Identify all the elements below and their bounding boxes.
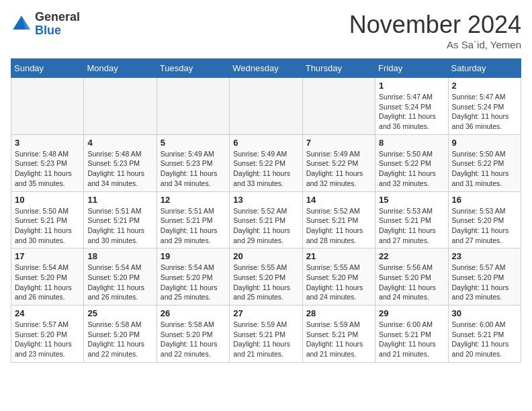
day-info: Sunrise: 5:55 AM Sunset: 5:20 PM Dayligh… [306,263,371,302]
calendar-cell: 18Sunrise: 5:54 AM Sunset: 5:20 PM Dayli… [84,248,157,306]
day-number: 28 [306,308,371,318]
logo-general-text: General [35,10,80,24]
day-info: Sunrise: 5:57 AM Sunset: 5:20 PM Dayligh… [15,320,80,359]
day-number: 27 [233,308,298,318]
calendar-header-row: SundayMondayTuesdayWednesdayThursdayFrid… [11,59,521,78]
calendar-cell: 6Sunrise: 5:49 AM Sunset: 5:22 PM Daylig… [230,134,302,191]
day-number: 9 [452,138,517,148]
calendar-week-2: 3Sunrise: 5:48 AM Sunset: 5:23 PM Daylig… [11,134,521,191]
calendar-cell: 21Sunrise: 5:55 AM Sunset: 5:20 PM Dayli… [302,248,375,306]
day-number: 7 [306,138,371,148]
day-info: Sunrise: 5:59 AM Sunset: 5:21 PM Dayligh… [306,320,371,359]
day-info: Sunrise: 5:56 AM Sunset: 5:20 PM Dayligh… [379,263,444,302]
calendar-cell: 16Sunrise: 5:53 AM Sunset: 5:20 PM Dayli… [448,191,521,248]
day-number: 26 [161,308,226,318]
calendar-cell [302,78,375,135]
day-number: 3 [15,138,80,148]
page-header: General Blue November 2024 As Sa`id, Yem… [11,11,521,50]
calendar-week-1: 1Sunrise: 5:47 AM Sunset: 5:24 PM Daylig… [11,78,521,135]
calendar-cell: 28Sunrise: 5:59 AM Sunset: 5:21 PM Dayli… [302,306,375,363]
calendar-cell [230,78,302,135]
calendar-header-sunday: Sunday [11,59,84,78]
day-number: 14 [306,195,371,205]
calendar-cell: 29Sunrise: 6:00 AM Sunset: 5:21 PM Dayli… [375,306,448,363]
day-number: 12 [161,195,226,205]
day-number: 29 [379,308,444,318]
day-number: 30 [452,308,517,318]
day-info: Sunrise: 5:58 AM Sunset: 5:20 PM Dayligh… [161,320,226,359]
calendar-table: SundayMondayTuesdayWednesdayThursdayFrid… [11,58,521,363]
day-info: Sunrise: 5:47 AM Sunset: 5:24 PM Dayligh… [452,92,517,132]
day-number: 8 [379,138,444,148]
calendar-cell: 13Sunrise: 5:52 AM Sunset: 5:21 PM Dayli… [230,191,302,248]
day-info: Sunrise: 5:50 AM Sunset: 5:21 PM Dayligh… [15,206,80,246]
calendar-cell: 23Sunrise: 5:57 AM Sunset: 5:20 PM Dayli… [448,248,521,306]
calendar-cell: 9Sunrise: 5:50 AM Sunset: 5:22 PM Daylig… [448,134,521,191]
day-number: 19 [161,251,226,261]
day-info: Sunrise: 5:57 AM Sunset: 5:20 PM Dayligh… [452,263,517,302]
calendar-cell: 17Sunrise: 5:54 AM Sunset: 5:20 PM Dayli… [11,248,84,306]
calendar-cell: 12Sunrise: 5:51 AM Sunset: 5:21 PM Dayli… [157,191,229,248]
calendar-cell: 26Sunrise: 5:58 AM Sunset: 5:20 PM Dayli… [157,306,229,363]
day-info: Sunrise: 5:53 AM Sunset: 5:20 PM Dayligh… [452,206,517,246]
day-info: Sunrise: 5:54 AM Sunset: 5:20 PM Dayligh… [87,263,152,302]
calendar-cell: 1Sunrise: 5:47 AM Sunset: 5:24 PM Daylig… [375,78,448,135]
calendar-header-saturday: Saturday [448,59,521,78]
calendar-cell: 27Sunrise: 5:59 AM Sunset: 5:21 PM Dayli… [230,306,302,363]
day-info: Sunrise: 5:48 AM Sunset: 5:23 PM Dayligh… [15,149,80,189]
calendar-cell [11,78,84,135]
logo: General Blue [11,11,80,38]
day-number: 17 [15,251,80,261]
day-number: 23 [452,251,517,261]
calendar-header-friday: Friday [375,59,448,78]
day-info: Sunrise: 5:51 AM Sunset: 5:21 PM Dayligh… [87,206,152,246]
day-info: Sunrise: 5:49 AM Sunset: 5:22 PM Dayligh… [233,149,298,189]
calendar-cell: 30Sunrise: 6:00 AM Sunset: 5:21 PM Dayli… [448,306,521,363]
day-info: Sunrise: 5:54 AM Sunset: 5:20 PM Dayligh… [15,263,80,302]
logo-blue-text: Blue [35,24,61,37]
calendar-cell: 3Sunrise: 5:48 AM Sunset: 5:23 PM Daylig… [11,134,84,191]
calendar-cell: 4Sunrise: 5:48 AM Sunset: 5:23 PM Daylig… [84,134,157,191]
calendar-cell [157,78,229,135]
day-info: Sunrise: 5:49 AM Sunset: 5:22 PM Dayligh… [306,149,371,189]
day-number: 22 [379,251,444,261]
day-info: Sunrise: 5:47 AM Sunset: 5:24 PM Dayligh… [379,92,444,132]
calendar-cell: 15Sunrise: 5:53 AM Sunset: 5:21 PM Dayli… [375,191,448,248]
day-info: Sunrise: 5:55 AM Sunset: 5:20 PM Dayligh… [233,263,298,302]
day-info: Sunrise: 5:51 AM Sunset: 5:21 PM Dayligh… [161,206,226,246]
day-info: Sunrise: 5:58 AM Sunset: 5:20 PM Dayligh… [87,320,152,359]
day-info: Sunrise: 6:00 AM Sunset: 5:21 PM Dayligh… [379,320,444,359]
calendar-header-tuesday: Tuesday [157,59,229,78]
calendar-cell: 11Sunrise: 5:51 AM Sunset: 5:21 PM Dayli… [84,191,157,248]
day-number: 11 [87,195,152,205]
calendar-cell: 22Sunrise: 5:56 AM Sunset: 5:20 PM Dayli… [375,248,448,306]
calendar-cell: 14Sunrise: 5:52 AM Sunset: 5:21 PM Dayli… [302,191,375,248]
day-number: 1 [379,81,444,91]
day-info: Sunrise: 5:52 AM Sunset: 5:21 PM Dayligh… [306,206,371,246]
day-number: 2 [452,81,517,91]
day-number: 13 [233,195,298,205]
location: As Sa`id, Yemen [349,39,521,50]
day-number: 18 [87,251,152,261]
calendar-cell: 7Sunrise: 5:49 AM Sunset: 5:22 PM Daylig… [302,134,375,191]
calendar-cell: 19Sunrise: 5:54 AM Sunset: 5:20 PM Dayli… [157,248,229,306]
calendar-header-thursday: Thursday [302,59,375,78]
day-info: Sunrise: 5:50 AM Sunset: 5:22 PM Dayligh… [452,149,517,189]
title-block: November 2024 As Sa`id, Yemen [349,11,521,50]
day-info: Sunrise: 5:50 AM Sunset: 5:22 PM Dayligh… [379,149,444,189]
calendar-header-wednesday: Wednesday [230,59,302,78]
day-number: 15 [379,195,444,205]
calendar-week-5: 24Sunrise: 5:57 AM Sunset: 5:20 PM Dayli… [11,306,521,363]
calendar-cell: 20Sunrise: 5:55 AM Sunset: 5:20 PM Dayli… [230,248,302,306]
day-number: 5 [161,138,226,148]
calendar-cell: 5Sunrise: 5:49 AM Sunset: 5:23 PM Daylig… [157,134,229,191]
calendar-week-4: 17Sunrise: 5:54 AM Sunset: 5:20 PM Dayli… [11,248,521,306]
month-title: November 2024 [349,11,521,39]
day-number: 24 [15,308,80,318]
day-info: Sunrise: 5:59 AM Sunset: 5:21 PM Dayligh… [233,320,298,359]
calendar-cell: 8Sunrise: 5:50 AM Sunset: 5:22 PM Daylig… [375,134,448,191]
day-number: 10 [15,195,80,205]
day-number: 20 [233,251,298,261]
calendar-cell: 10Sunrise: 5:50 AM Sunset: 5:21 PM Dayli… [11,191,84,248]
calendar-header-monday: Monday [84,59,157,78]
